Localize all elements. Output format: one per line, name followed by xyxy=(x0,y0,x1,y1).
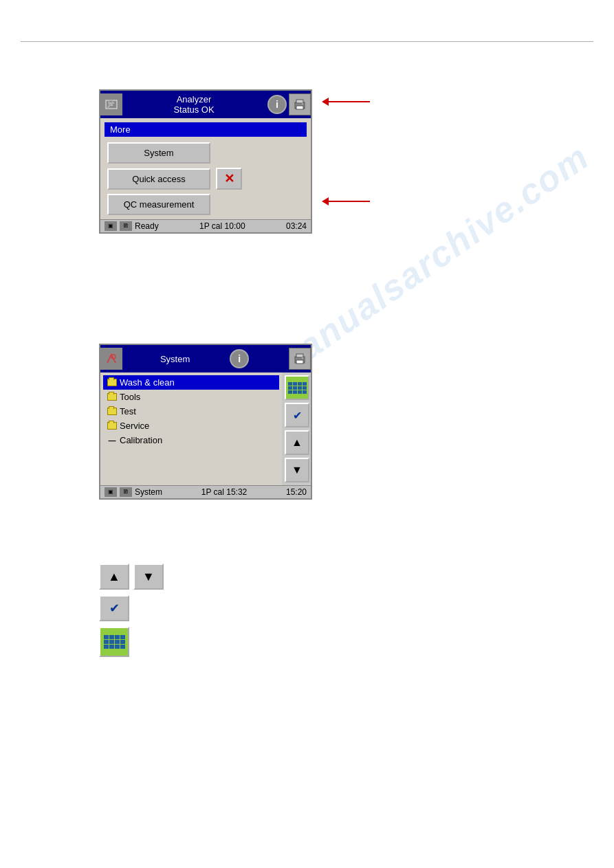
screen2-status-cal: 1P cal 15:32 xyxy=(201,487,248,497)
bottom-grid-row xyxy=(99,627,164,657)
screen2-list: Wash & clean Tools Test Service — Calibr… xyxy=(100,372,282,485)
screen2-status-system: System xyxy=(135,487,162,497)
screen2-status-icon-1: ▣ xyxy=(105,487,117,497)
arrow1-head xyxy=(322,98,329,106)
screen2-info-button[interactable]: i xyxy=(230,349,249,368)
bottom-down-button[interactable]: ▼ xyxy=(133,564,164,590)
bottom-check-row: ✔ xyxy=(99,595,164,621)
list-item-calibration[interactable]: — Calibration xyxy=(103,433,279,447)
svg-rect-6 xyxy=(296,106,303,109)
check-button[interactable]: ✔ xyxy=(285,403,309,427)
bottom-up-button[interactable]: ▲ xyxy=(99,564,129,590)
quick-access-button[interactable]: Quick access xyxy=(107,168,210,190)
gc8 xyxy=(303,386,307,390)
gc9 xyxy=(288,390,292,394)
gc1 xyxy=(288,382,292,386)
gc6 xyxy=(293,386,297,390)
screen2-title: System xyxy=(160,354,190,364)
quick-access-row: Quick access ✕ xyxy=(107,168,242,190)
list-item-wash[interactable]: Wash & clean xyxy=(103,375,279,390)
folder-icon-wash xyxy=(107,379,117,386)
screen2-left-icon[interactable] xyxy=(100,348,122,370)
screen1-printer-icon[interactable] xyxy=(289,93,311,115)
svg-rect-12 xyxy=(302,357,303,359)
screen1-left-icon[interactable] xyxy=(100,93,122,115)
dash-icon-calibration: — xyxy=(107,436,117,445)
screen2-statusbar: ▣ 🖹 System 1P cal 15:32 15:20 xyxy=(100,485,311,498)
list-item-tools[interactable]: Tools xyxy=(103,390,279,404)
svg-rect-10 xyxy=(296,354,303,357)
qc-measurement-button[interactable]: QC measurement xyxy=(107,194,210,215)
bgc4 xyxy=(120,635,125,639)
gc4 xyxy=(303,382,307,386)
svg-rect-5 xyxy=(296,100,303,103)
bgc3 xyxy=(115,635,120,639)
bgc11 xyxy=(115,645,120,649)
folder-icon-tools xyxy=(107,393,117,401)
svg-rect-11 xyxy=(296,360,303,364)
status-icon-2: 🖹 xyxy=(120,221,132,231)
gc7 xyxy=(298,386,302,390)
bottom-grid-button[interactable] xyxy=(99,627,129,657)
folder-icon-service xyxy=(107,422,117,430)
status-ready-text: Ready xyxy=(135,221,159,231)
list-item-wash-label: Wash & clean xyxy=(120,377,175,388)
gc3 xyxy=(298,382,302,386)
system-row: System xyxy=(107,142,210,164)
list-item-service[interactable]: Service xyxy=(103,419,279,433)
bottom-check-button[interactable]: ✔ xyxy=(99,595,129,621)
grid-inner xyxy=(288,382,307,394)
screen1-window: Analyzer Status OK i More System Quick a… xyxy=(99,89,312,234)
top-divider xyxy=(21,41,593,42)
list-item-test[interactable]: Test xyxy=(103,404,279,419)
status-icon-1: ▣ xyxy=(105,221,117,231)
grid-button[interactable] xyxy=(285,375,309,400)
bgc9 xyxy=(104,645,109,649)
gc5 xyxy=(288,386,292,390)
list-item-tools-label: Tools xyxy=(120,392,140,402)
svg-rect-7 xyxy=(302,103,303,104)
bgc7 xyxy=(115,640,120,644)
screen2-window: System i Wash & clean Tools Te xyxy=(99,344,312,500)
menu-buttons: System Quick access ✕ QC measurement xyxy=(105,142,307,215)
qc-row: QC measurement xyxy=(107,194,210,215)
bgc6 xyxy=(109,640,114,644)
up-button[interactable]: ▲ xyxy=(285,430,309,455)
bgc8 xyxy=(120,640,125,644)
screen1-titlebar: Analyzer Status OK i xyxy=(100,91,311,118)
screen1-body: More System Quick access ✕ QC measuremen… xyxy=(100,118,311,219)
arrow1-line xyxy=(329,101,370,102)
gc12 xyxy=(303,390,307,394)
list-item-test-label: Test xyxy=(120,406,136,416)
gc2 xyxy=(293,382,297,386)
status-time-text: 03:24 xyxy=(286,221,307,231)
arrow2-head xyxy=(322,197,329,205)
screen1-statusbar: ▣ 🖹 Ready 1P cal 10:00 03:24 xyxy=(100,219,311,232)
arrow2 xyxy=(322,197,370,205)
screen2-status-time: 15:20 xyxy=(286,487,307,497)
arrow1 xyxy=(322,98,370,106)
bgc12 xyxy=(120,645,125,649)
bottom-icons: ▲ ▼ ✔ xyxy=(99,564,164,657)
bgc10 xyxy=(109,645,114,649)
screen2-status-icon-2: 🖹 xyxy=(120,487,132,497)
arrow2-line xyxy=(329,201,370,202)
down-button[interactable]: ▼ xyxy=(285,458,309,482)
screen2-content: Wash & clean Tools Test Service — Calibr… xyxy=(100,372,311,485)
screen2-printer-icon[interactable] xyxy=(289,348,311,370)
system-button[interactable]: System xyxy=(107,142,210,164)
watermark: manualsarchive.com xyxy=(263,136,597,387)
screen1-title: Analyzer Status OK xyxy=(122,94,265,115)
screen2-titlebar: System i xyxy=(100,345,311,372)
screen2-sidebar: ✔ ▲ ▼ xyxy=(282,372,311,485)
bgc1 xyxy=(104,635,109,639)
gc11 xyxy=(298,390,302,394)
list-item-service-label: Service xyxy=(120,421,149,431)
gc10 xyxy=(293,390,297,394)
folder-icon-test xyxy=(107,408,117,415)
close-button[interactable]: ✕ xyxy=(216,168,242,190)
bottom-nav-row: ▲ ▼ xyxy=(99,564,164,590)
more-bar: More xyxy=(105,122,307,137)
screen1-info-button[interactable]: i xyxy=(267,95,287,114)
bottom-grid-inner xyxy=(104,635,125,649)
